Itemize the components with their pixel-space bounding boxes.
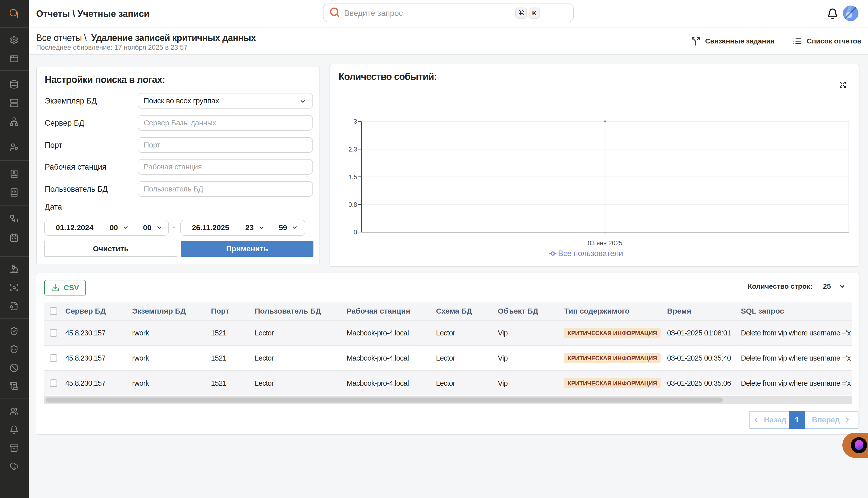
svg-text:0.8: 0.8 [348,201,357,208]
svg-text:3: 3 [353,118,357,125]
svg-text:1.5: 1.5 [348,173,357,180]
svg-text:03 янв 2025: 03 янв 2025 [588,239,622,247]
svg-text:2.3: 2.3 [348,146,357,153]
svg-text:Все пользователи: Все пользователи [558,249,623,258]
svg-text:0: 0 [353,228,357,236]
